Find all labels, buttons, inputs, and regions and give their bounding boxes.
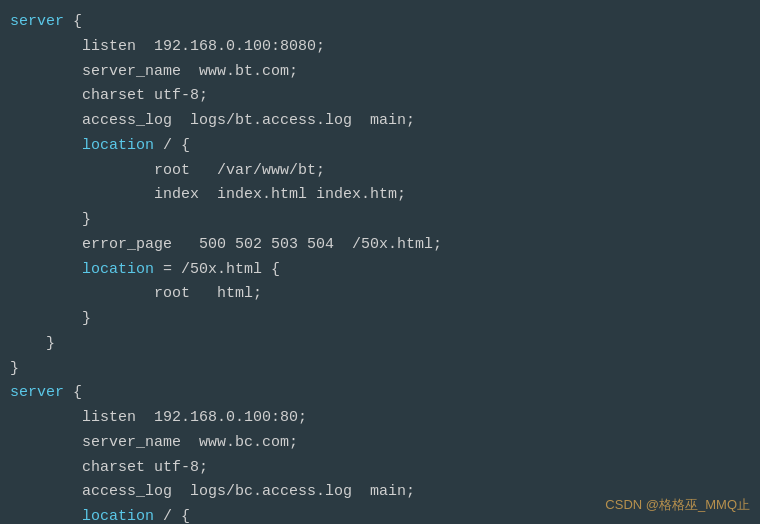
code-line: } (0, 332, 760, 357)
code-line: listen 192.168.0.100:8080; (0, 35, 760, 60)
code-line: server_name www.bt.com; (0, 60, 760, 85)
code-line: server { (0, 381, 760, 406)
code-line: server_name www.bc.com; (0, 431, 760, 456)
code-line: charset utf-8; (0, 84, 760, 109)
code-line: } (0, 357, 760, 382)
code-line: } (0, 208, 760, 233)
code-line: root /var/www/bt; (0, 159, 760, 184)
code-line: charset utf-8; (0, 456, 760, 481)
code-line: index index.html index.htm; (0, 183, 760, 208)
watermark-text: CSDN @格格巫_MMQ止 (605, 495, 750, 516)
code-line: location / { (0, 134, 760, 159)
code-block: server { listen 192.168.0.100:8080; serv… (0, 0, 760, 524)
code-line: } (0, 307, 760, 332)
code-line: location = /50x.html { (0, 258, 760, 283)
code-line: root html; (0, 282, 760, 307)
code-line: error_page 500 502 503 504 /50x.html; (0, 233, 760, 258)
code-line: access_log logs/bt.access.log main; (0, 109, 760, 134)
code-line: listen 192.168.0.100:80; (0, 406, 760, 431)
code-line: server { (0, 10, 760, 35)
